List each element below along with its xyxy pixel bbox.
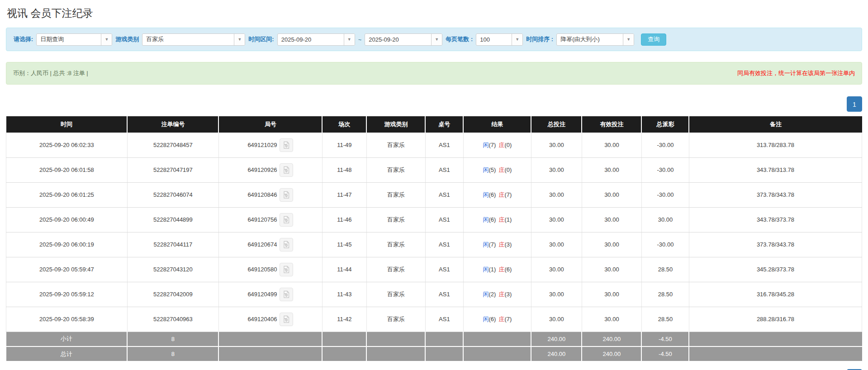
round-cell: 649120674 — [218, 232, 322, 257]
header-bet-id: 注单编号 — [127, 116, 218, 133]
round-cell: 649120756 — [218, 207, 322, 232]
page-1-button[interactable]: 1 — [847, 96, 862, 112]
table-row: 2025-09-20 05:59:12 522827042009 6491204… — [6, 282, 862, 307]
per-page-select[interactable]: 100 ▼ — [476, 33, 523, 46]
total-bet-link[interactable]: 30.00 — [531, 182, 582, 207]
per-page-label: 每页笔数 : — [446, 35, 473, 43]
player-result-label: 闲 — [483, 166, 489, 173]
banker-result-score: (7) — [504, 316, 512, 323]
player-result-label: 闲 — [483, 266, 489, 273]
round-cell: 649120926 — [218, 157, 322, 182]
video-record-icon[interactable] — [280, 313, 293, 326]
sort-order-value[interactable]: 降幂(由大到小) — [557, 35, 623, 43]
pagination-top: 1 — [6, 96, 862, 112]
player-result-score: (7) — [489, 142, 496, 148]
video-record-icon[interactable] — [280, 138, 293, 152]
session-number: 11-47 — [322, 182, 366, 207]
remark: 345.28/373.78 — [689, 257, 862, 282]
chevron-down-icon[interactable]: ▼ — [101, 34, 112, 45]
video-record-icon[interactable] — [280, 163, 293, 177]
video-record-icon[interactable] — [280, 188, 293, 202]
date-from-select[interactable]: 2025-09-20 ▼ — [277, 33, 355, 46]
time-range-label: 时间区间: — [248, 35, 274, 43]
chevron-down-icon[interactable]: ▼ — [234, 34, 245, 45]
total-bet-link[interactable]: 30.00 — [531, 282, 582, 307]
total-bet-link[interactable]: 30.00 — [531, 133, 582, 157]
sort-order-label: 时间排序 : — [526, 35, 553, 43]
table-number: AS1 — [425, 257, 463, 282]
query-button[interactable]: 查询 — [641, 33, 666, 46]
bet-slip-number: 522827048457 — [127, 133, 218, 157]
header-payout: 总派彩 — [641, 116, 689, 133]
player-result-score: (6) — [489, 316, 496, 323]
player-result-label: 闲 — [483, 216, 489, 223]
query-type-select[interactable]: 日期查询 ▼ — [36, 33, 112, 46]
table-header-row: 时间 注单编号 局号 场次 游戏类别 桌号 结果 总投注 有效投注 总派彩 备注 — [6, 116, 862, 133]
banker-result-label: 庄 — [498, 191, 504, 198]
total-payout: -4.50 — [641, 346, 689, 361]
bet-slip-number: 522827044117 — [127, 232, 218, 257]
game-type-value[interactable]: 百家乐 — [142, 35, 234, 43]
video-record-icon[interactable] — [280, 263, 293, 276]
payout-amount: 28.50 — [641, 257, 689, 282]
result-cell: 闲(7)庄(3) — [463, 232, 531, 257]
query-type-label: 请选择: — [14, 35, 33, 43]
banker-result-label: 庄 — [498, 241, 504, 248]
valid-bet: 30.00 — [582, 307, 641, 332]
sort-order-select[interactable]: 降幂(由大到小) ▼ — [556, 33, 634, 46]
result-cell: 闲(6)庄(7) — [463, 307, 531, 332]
date-to-select[interactable]: 2025-09-20 ▼ — [365, 33, 442, 46]
player-result-score: (2) — [489, 291, 496, 298]
game-type: 百家乐 — [366, 182, 425, 207]
round-number: 649120674 — [247, 241, 277, 248]
game-type: 百家乐 — [366, 207, 425, 232]
round-cell: 649120846 — [218, 182, 322, 207]
header-total-bet: 总投注 — [531, 116, 582, 133]
total-bet-link[interactable]: 30.00 — [531, 232, 582, 257]
round-cell: 649120580 — [218, 257, 322, 282]
total-valid-bet: 240.00 — [582, 346, 641, 361]
remark: 343.78/373.78 — [689, 207, 862, 232]
valid-bet: 30.00 — [582, 182, 641, 207]
total-bet-link[interactable]: 30.00 — [531, 207, 582, 232]
total-bet-link[interactable]: 30.00 — [531, 157, 582, 182]
total-bet-link[interactable]: 30.00 — [531, 257, 582, 282]
chevron-down-icon[interactable]: ▼ — [623, 34, 634, 45]
total-bet-link[interactable]: 30.00 — [531, 307, 582, 332]
query-type-value[interactable]: 日期查询 — [37, 35, 101, 43]
date-from-value[interactable]: 2025-09-20 — [278, 36, 344, 43]
player-result-score: (5) — [489, 166, 496, 173]
banker-result-label: 庄 — [498, 266, 504, 273]
bet-slip-number: 522827044899 — [127, 207, 218, 232]
per-page-value[interactable]: 100 — [476, 36, 512, 43]
bet-time: 2025-09-20 06:02:33 — [6, 133, 128, 157]
subtotal-row: 小计 8 240.00 240.00 -4.50 — [6, 332, 862, 346]
chevron-down-icon[interactable]: ▼ — [344, 34, 355, 45]
bet-slip-number: 522827042009 — [127, 282, 218, 307]
payout-amount: -30.00 — [641, 133, 689, 157]
video-record-icon[interactable] — [280, 213, 293, 227]
payout-amount: -30.00 — [641, 157, 689, 182]
round-cell: 649121029 — [218, 133, 322, 157]
payout-amount: 30.00 — [641, 207, 689, 232]
chevron-down-icon[interactable]: ▼ — [512, 34, 522, 45]
payout-amount: -30.00 — [641, 232, 689, 257]
remark: 316.78/345.28 — [689, 282, 862, 307]
date-to-value[interactable]: 2025-09-20 — [365, 36, 431, 43]
bet-time: 2025-09-20 05:59:12 — [6, 282, 128, 307]
banker-result-score: (0) — [504, 142, 512, 148]
result-cell: 闲(5)庄(0) — [463, 157, 531, 182]
page: 视讯 会员下注纪录 请选择: 日期查询 ▼ 游戏类别 百家乐 ▼ 时间区间: 2… — [0, 0, 868, 370]
game-type-select[interactable]: 百家乐 ▼ — [142, 33, 245, 46]
chevron-down-icon[interactable]: ▼ — [431, 34, 442, 45]
valid-bet: 30.00 — [582, 282, 641, 307]
bet-time: 2025-09-20 05:58:39 — [6, 307, 128, 332]
video-record-icon[interactable] — [280, 288, 293, 301]
banker-result-label: 庄 — [498, 216, 504, 223]
game-type: 百家乐 — [366, 133, 425, 157]
video-record-icon[interactable] — [280, 238, 293, 251]
subtotal-valid-bet: 240.00 — [582, 332, 641, 346]
banker-result-score: (7) — [504, 191, 512, 198]
round-number: 649120499 — [247, 291, 277, 298]
session-number: 11-49 — [322, 133, 366, 157]
